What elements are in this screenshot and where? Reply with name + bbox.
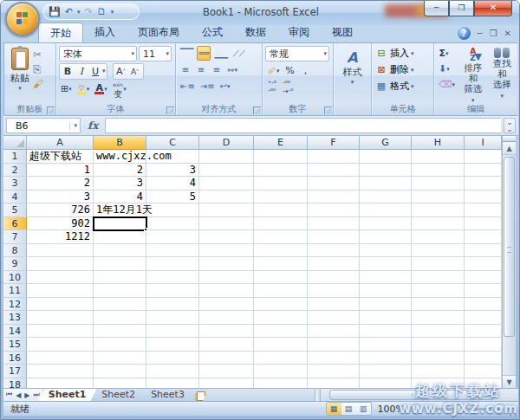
cell-B4[interactable]: 4 xyxy=(94,191,146,204)
horizontal-scrollbar[interactable] xyxy=(321,389,518,401)
cell-G14[interactable] xyxy=(360,325,412,339)
cell-H1[interactable] xyxy=(412,150,465,164)
clipboard-dialog-launcher-icon[interactable]: ◿ xyxy=(47,107,55,114)
cell-C2[interactable]: 3 xyxy=(146,164,199,178)
cell-E17[interactable] xyxy=(254,365,308,378)
cell-C17[interactable] xyxy=(146,365,199,378)
cell-I7[interactable] xyxy=(465,230,502,244)
cell-C8[interactable] xyxy=(146,244,199,258)
cell-B14[interactable] xyxy=(94,325,146,339)
formula-bar-expand-icon[interactable]: ⌄⌄ xyxy=(504,118,516,133)
cell-E10[interactable] xyxy=(254,271,308,285)
cell-A13[interactable] xyxy=(27,311,94,325)
cell-C13[interactable] xyxy=(146,311,199,325)
cell-H3[interactable] xyxy=(412,177,465,191)
cell-H8[interactable] xyxy=(412,244,465,258)
row-header-16[interactable]: 16 xyxy=(3,352,27,365)
cell-D18[interactable] xyxy=(199,378,254,389)
cell-G18[interactable] xyxy=(360,378,412,389)
cell-F18[interactable] xyxy=(308,378,360,389)
cell-A10[interactable] xyxy=(27,271,94,285)
cell-H10[interactable] xyxy=(412,271,465,285)
cell-B11[interactable] xyxy=(94,284,146,298)
sheet-tab-Sheet3[interactable]: Sheet3 xyxy=(140,389,195,401)
cell-E1[interactable] xyxy=(254,150,308,164)
orientation-button[interactable]: ⟋⟋ xyxy=(231,46,247,61)
cell-C5[interactable] xyxy=(146,204,199,217)
cell-I1[interactable] xyxy=(465,150,502,164)
cell-B10[interactable] xyxy=(94,271,146,285)
cell-H18[interactable] xyxy=(412,378,465,389)
row-header-17[interactable]: 17 xyxy=(3,365,27,378)
cell-B16[interactable] xyxy=(94,352,146,365)
cell-A18[interactable] xyxy=(27,378,94,389)
borders-button[interactable]: ⊞▾ xyxy=(59,81,74,96)
cell-A14[interactable] xyxy=(27,325,94,339)
font-name-select[interactable]: 宋体▾ xyxy=(59,46,137,61)
zoom-slider-thumb[interactable] xyxy=(456,404,462,414)
cell-H9[interactable] xyxy=(412,257,465,271)
normal-view-icon[interactable]: ▦ xyxy=(327,403,341,415)
cell-I3[interactable] xyxy=(465,177,502,191)
cell-A3[interactable]: 2 xyxy=(27,177,94,191)
cell-D11[interactable] xyxy=(199,284,254,298)
prev-sheet-icon[interactable]: ◀ xyxy=(16,391,21,399)
cell-G12[interactable] xyxy=(360,298,412,312)
print-preview-icon[interactable]: 🗋 xyxy=(97,6,107,17)
cell-D2[interactable] xyxy=(199,164,254,178)
cell-F7[interactable] xyxy=(308,230,360,244)
ribbon-tab-插入[interactable]: 插入 xyxy=(83,23,127,42)
vertical-split-handle[interactable] xyxy=(503,136,516,142)
find-select-button[interactable]: 查找和选择▾ xyxy=(490,46,515,107)
column-header-A[interactable]: A xyxy=(27,136,94,150)
cell-A15[interactable] xyxy=(27,338,94,352)
cell-F11[interactable] xyxy=(308,284,360,298)
cell-F12[interactable] xyxy=(308,298,360,312)
fill-button[interactable]: ⬇▾ xyxy=(437,61,452,76)
scroll-up-icon[interactable]: ▲ xyxy=(503,142,516,155)
cell-B8[interactable] xyxy=(94,244,146,258)
cell-D1[interactable] xyxy=(199,150,254,164)
row-header-9[interactable]: 9 xyxy=(3,257,27,271)
vertical-scrollbar[interactable]: ▲ ▼ xyxy=(502,136,516,388)
tab-split-handle[interactable] xyxy=(315,389,321,401)
percent-style-button[interactable]: % xyxy=(283,63,297,78)
cell-A16[interactable] xyxy=(27,352,94,365)
cell-F6[interactable] xyxy=(308,217,360,231)
column-header-G[interactable]: G xyxy=(360,136,412,150)
zoom-slider[interactable] xyxy=(426,408,491,410)
row-header-12[interactable]: 12 xyxy=(3,298,27,312)
zoom-in-button[interactable]: + xyxy=(495,404,506,415)
cell-F15[interactable] xyxy=(308,338,360,352)
formula-input[interactable] xyxy=(105,118,501,133)
vertical-scrollbar-thumb[interactable] xyxy=(504,157,515,337)
cell-F17[interactable] xyxy=(308,365,360,378)
column-header-C[interactable]: C xyxy=(146,136,199,150)
cell-B2[interactable]: 2 xyxy=(94,164,146,178)
cell-G5[interactable] xyxy=(360,204,412,217)
cell-I9[interactable] xyxy=(465,257,502,271)
workbook-close-icon[interactable]: ✕ xyxy=(504,29,511,38)
ribbon-tab-视图[interactable]: 视图 xyxy=(321,23,364,42)
cell-B12[interactable] xyxy=(94,298,146,312)
cell-I10[interactable] xyxy=(465,271,502,285)
italic-button[interactable]: I xyxy=(75,64,88,79)
cell-G2[interactable] xyxy=(360,164,412,178)
underline-button[interactable]: U xyxy=(88,64,102,79)
resize-grip[interactable] xyxy=(508,408,518,418)
page-break-view-icon[interactable]: ▥ xyxy=(356,403,371,415)
cell-H15[interactable] xyxy=(412,338,465,352)
shrink-font-button[interactable]: A˅ xyxy=(128,64,142,79)
fill-handle[interactable] xyxy=(144,228,147,231)
zoom-level[interactable]: 100% xyxy=(375,404,407,415)
cell-F16[interactable] xyxy=(308,352,360,365)
cell-F4[interactable] xyxy=(308,191,360,204)
cell-I13[interactable] xyxy=(465,311,502,325)
column-header-I[interactable]: I xyxy=(465,136,502,150)
cell-I12[interactable] xyxy=(465,298,502,312)
row-header-8[interactable]: 8 xyxy=(3,244,27,258)
cut-icon[interactable]: ✂ xyxy=(33,48,43,61)
merge-center-button[interactable]: ⇔▾ xyxy=(225,62,239,77)
cell-B13[interactable] xyxy=(94,311,146,325)
help-icon[interactable]: ? xyxy=(458,27,471,40)
